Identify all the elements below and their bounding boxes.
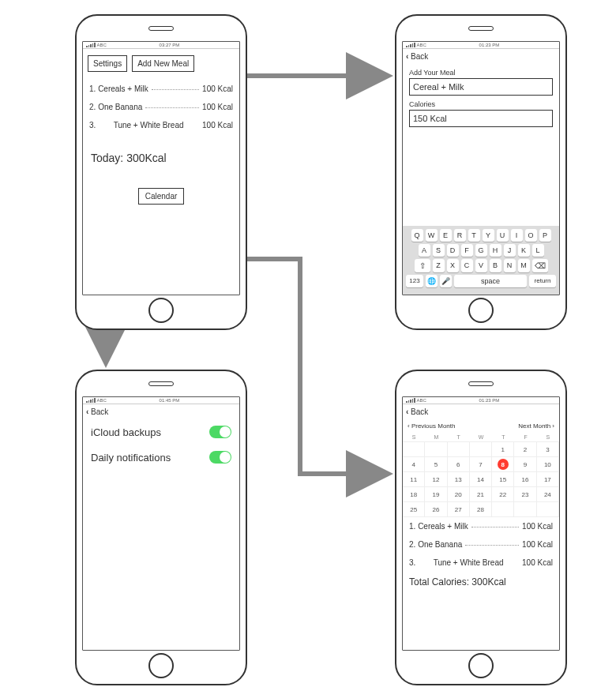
- return-key[interactable]: return: [529, 275, 556, 287]
- meal-name: Cereals + Milk: [98, 84, 148, 93]
- calendar-day[interactable]: 16: [514, 472, 536, 487]
- calendar-day[interactable]: 20: [448, 487, 470, 502]
- calendar-day[interactable]: 8: [492, 457, 514, 472]
- calendar-day[interactable]: 2: [514, 442, 536, 457]
- calendar-day[interactable]: 21: [470, 487, 492, 502]
- back-button[interactable]: Back: [403, 404, 559, 419]
- key-v[interactable]: V: [475, 259, 487, 272]
- mic-key-icon[interactable]: 🎤: [440, 275, 452, 287]
- calendar-day: [470, 442, 492, 457]
- clock-label: 01:23 PM: [479, 398, 500, 403]
- calendar-day[interactable]: 9: [514, 457, 536, 472]
- key-x[interactable]: X: [447, 259, 459, 272]
- calendar-day[interactable]: 25: [403, 502, 425, 517]
- key-s[interactable]: S: [433, 244, 445, 257]
- onscreen-keyboard: QWERTYUIOP ASDFGHJKL ⇧ ZXCVBNM ⌫ 123 🌐 🎤…: [403, 226, 559, 295]
- phone-calendar: ABC 01:23 PM Back ‹ Previous Month Next …: [395, 370, 567, 685]
- signal-icon: [86, 398, 96, 403]
- calendar-day[interactable]: 17: [537, 472, 559, 487]
- key-f[interactable]: F: [461, 244, 473, 257]
- space-key[interactable]: space: [454, 275, 527, 287]
- calendar-day: [448, 442, 470, 457]
- prev-month-button[interactable]: ‹ Previous Month: [408, 422, 455, 430]
- calendar-day[interactable]: 7: [470, 457, 492, 472]
- weekday-label: S: [537, 433, 559, 441]
- calendar-day[interactable]: 27: [448, 502, 470, 517]
- home-button-icon[interactable]: [148, 653, 174, 678]
- meal-kcal: 100 Kcal: [202, 103, 233, 111]
- home-button-icon[interactable]: [148, 298, 174, 323]
- key-b[interactable]: B: [490, 259, 501, 272]
- screen-settings: ABC 01:45 PM Back iCloud backups Daily n…: [82, 396, 240, 651]
- key-t[interactable]: T: [468, 229, 480, 242]
- key-c[interactable]: C: [461, 259, 473, 272]
- home-button-icon[interactable]: [468, 653, 494, 678]
- phone-add-meal: ABC 01:23 PM Back Add Your Meal Cereal +…: [395, 14, 567, 330]
- calendar-day[interactable]: 24: [537, 487, 559, 502]
- key-n[interactable]: N: [504, 259, 516, 272]
- calendar-day[interactable]: 1: [492, 442, 514, 457]
- calories-input[interactable]: 150 Kcal: [409, 110, 553, 127]
- add-new-meal-button[interactable]: Add New Meal: [132, 55, 194, 72]
- globe-key-icon[interactable]: 🌐: [426, 275, 438, 287]
- key-z[interactable]: Z: [433, 259, 445, 272]
- key-y[interactable]: Y: [483, 229, 494, 242]
- next-month-button[interactable]: Next Month ›: [518, 422, 554, 430]
- key-m[interactable]: M: [518, 259, 530, 272]
- key-o[interactable]: O: [525, 229, 537, 242]
- calendar-day[interactable]: 18: [403, 487, 425, 502]
- key-q[interactable]: Q: [411, 229, 423, 242]
- calendar-day[interactable]: 15: [492, 472, 514, 487]
- calendar-day[interactable]: 3: [537, 442, 559, 457]
- calendar-day[interactable]: 22: [492, 487, 514, 502]
- key-d[interactable]: D: [447, 244, 459, 257]
- back-button[interactable]: Back: [403, 49, 559, 64]
- key-h[interactable]: H: [490, 244, 501, 257]
- dots-icon: [152, 88, 199, 90]
- calendar-day[interactable]: 26: [425, 502, 447, 517]
- toggle-switch[interactable]: [209, 451, 231, 464]
- key-i[interactable]: I: [511, 229, 523, 242]
- calendar-day[interactable]: 4: [403, 457, 425, 472]
- calendar-day[interactable]: 23: [514, 487, 536, 502]
- calendar-day[interactable]: 13: [448, 472, 470, 487]
- meal-name: Tune + White Bread: [114, 121, 184, 130]
- calendar-day[interactable]: 6: [448, 457, 470, 472]
- key-r[interactable]: R: [454, 229, 466, 242]
- screen-home: ABC 03:27 PM Settings Add New Meal 1. Ce…: [82, 41, 240, 295]
- home-button-icon[interactable]: [468, 298, 494, 323]
- calendar-day[interactable]: 11: [403, 472, 425, 487]
- calendar-day[interactable]: 28: [470, 502, 492, 517]
- key-g[interactable]: G: [475, 244, 487, 257]
- statusbar: ABC 03:27 PM: [83, 42, 239, 49]
- dots-icon: [465, 544, 519, 546]
- calendar-day[interactable]: 10: [537, 457, 559, 472]
- calendar-day[interactable]: 12: [425, 472, 447, 487]
- key-w[interactable]: W: [426, 229, 438, 242]
- calendar-day[interactable]: 14: [470, 472, 492, 487]
- meal-row: 1. Cereals + Milk 100 Kcal: [403, 517, 559, 535]
- calendar-day: [403, 442, 425, 457]
- settings-button[interactable]: Settings: [88, 55, 127, 72]
- key-l[interactable]: L: [532, 244, 544, 257]
- carrier-label: ABC: [406, 398, 426, 403]
- screen-calendar: ABC 01:23 PM Back ‹ Previous Month Next …: [402, 396, 560, 651]
- toggle-switch[interactable]: [209, 426, 231, 438]
- numbers-key[interactable]: 123: [406, 275, 423, 287]
- meal-input[interactable]: Cereal + Milk: [409, 78, 553, 96]
- backspace-key-icon[interactable]: ⌫: [532, 259, 548, 272]
- key-j[interactable]: J: [504, 244, 516, 257]
- key-a[interactable]: A: [419, 244, 430, 257]
- shift-key-icon[interactable]: ⇧: [415, 259, 430, 272]
- key-e[interactable]: E: [440, 229, 452, 242]
- back-button[interactable]: Back: [83, 404, 239, 419]
- key-k[interactable]: K: [518, 244, 530, 257]
- calendar-day[interactable]: 19: [425, 487, 447, 502]
- statusbar: ABC 01:45 PM: [83, 397, 239, 404]
- calendar-button[interactable]: Calendar: [138, 188, 185, 205]
- key-u[interactable]: U: [497, 229, 509, 242]
- calendar-day[interactable]: 5: [425, 457, 447, 472]
- key-p[interactable]: P: [539, 229, 551, 242]
- clock-label: 03:27 PM: [160, 43, 180, 47]
- keyboard-row-4: 123 🌐 🎤 space return: [406, 275, 556, 287]
